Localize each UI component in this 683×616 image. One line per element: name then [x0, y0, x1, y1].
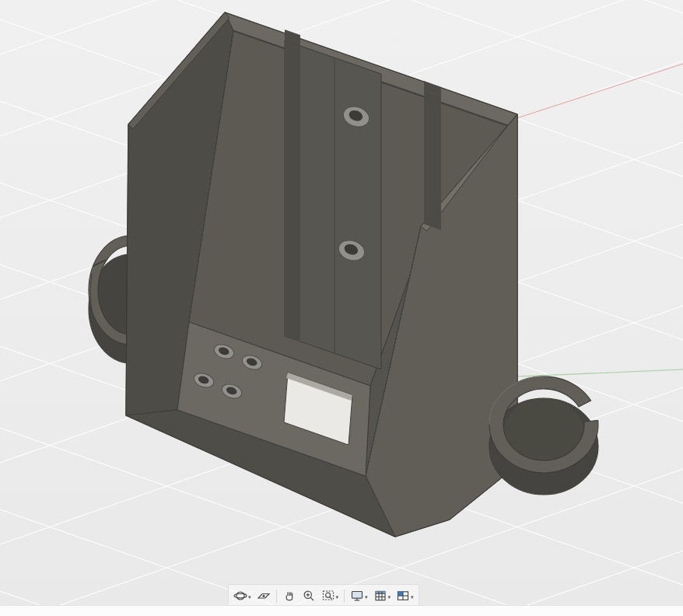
grid-icon — [373, 589, 387, 603]
grid-and-snaps-button[interactable]: ▾ — [371, 586, 394, 605]
dropdown-caret-icon[interactable]: ▾ — [336, 594, 339, 600]
pan-icon — [282, 589, 296, 603]
navigation-toolbar: ▾ ▾ — [228, 584, 419, 607]
fit-button[interactable]: ▾ — [319, 586, 342, 605]
look-at-icon — [257, 589, 271, 603]
dropdown-caret-icon[interactable]: ▾ — [365, 594, 368, 600]
fit-icon — [321, 589, 335, 603]
cad-viewport-window: ▾ ▾ — [0, 0, 683, 616]
x-axis-line — [498, 64, 683, 124]
viewports-icon — [396, 589, 410, 603]
toolbar-separator — [344, 590, 345, 603]
groove-right[interactable] — [424, 90, 441, 230]
orbit-icon — [233, 589, 247, 603]
zoom-button[interactable] — [299, 586, 318, 605]
channel-groove-left[interactable] — [285, 40, 300, 341]
dropdown-caret-icon[interactable]: ▾ — [411, 594, 414, 600]
app-bottom-bar — [0, 605, 683, 616]
display-settings-icon — [350, 589, 364, 603]
right-clip[interactable] — [489, 376, 598, 495]
look-at-button[interactable] — [254, 586, 273, 605]
zoom-icon — [302, 589, 316, 603]
viewports-button[interactable]: ▾ — [394, 586, 416, 605]
orbit-button[interactable]: ▾ — [231, 586, 254, 605]
dropdown-caret-icon[interactable]: ▾ — [248, 594, 251, 600]
display-settings-button[interactable]: ▾ — [348, 586, 370, 605]
bracket-model[interactable] — [126, 12, 517, 537]
toolbar-separator — [276, 590, 277, 603]
pan-button[interactable] — [280, 586, 299, 605]
viewport-canvas[interactable] — [0, 0, 683, 616]
dropdown-caret-icon[interactable]: ▾ — [388, 594, 391, 600]
